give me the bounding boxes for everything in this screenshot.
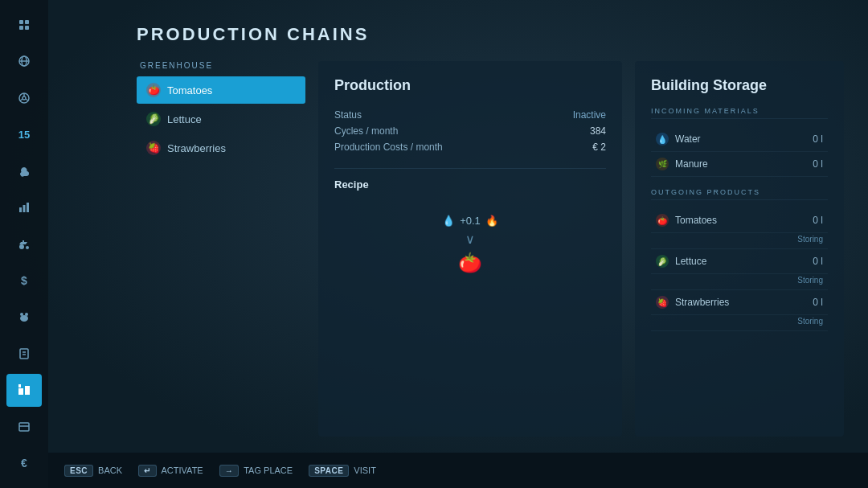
- recipe-title: Recipe: [334, 178, 606, 191]
- outgoing-strawberries-value: 0 l: [813, 297, 823, 308]
- key-arrow: →: [219, 465, 240, 477]
- action-visit-label: VISIT: [354, 465, 376, 475]
- storage-item-tomatoes: 🍅 Tomatoes 0 l: [651, 208, 828, 233]
- svg-rect-26: [19, 423, 29, 431]
- water-icon: 💧: [656, 133, 669, 146]
- svg-point-15: [19, 244, 24, 249]
- panel-production: Production Status Inactive Cycles / mont…: [318, 61, 622, 437]
- sidebar-item-map[interactable]: [6, 8, 42, 41]
- outgoing-tomatoes-value: 0 l: [813, 215, 823, 226]
- outgoing-lettuce-sub: Storing: [651, 274, 828, 290]
- main-content: PRODUCTION CHAINS GREENHOUSE 🍅 Tomatoes …: [48, 0, 868, 488]
- sidebar-item-animals[interactable]: [6, 301, 42, 334]
- storage-item-manure: 🌿 Manure 0 l: [651, 152, 828, 177]
- svg-rect-1: [25, 20, 29, 24]
- action-visit[interactable]: SPACE VISIT: [309, 465, 376, 477]
- svg-line-11: [26, 99, 28, 100]
- production-stats: Status Inactive Cycles / month 384 Produ…: [334, 107, 606, 155]
- svg-rect-25: [18, 384, 21, 388]
- outgoing-strawberries-name: Strawberries: [675, 297, 806, 308]
- stat-row-costs: Production Costs / month € 2: [334, 139, 606, 155]
- sidebar-item-production[interactable]: [6, 374, 42, 407]
- water-value: 0 l: [813, 133, 823, 145]
- sidebar: 15 $ €: [0, 0, 48, 488]
- key-esc: ESC: [64, 465, 93, 477]
- water-drop-icon: 💧: [442, 215, 455, 227]
- strawberry-icon: 🍓: [146, 141, 161, 155]
- sidebar-item-weather[interactable]: [6, 154, 42, 187]
- sidebar-item-steering[interactable]: [6, 81, 42, 114]
- sidebar-item-missions[interactable]: [6, 410, 42, 443]
- storage-title: Building Storage: [651, 77, 828, 94]
- chain-item-lettuce[interactable]: 🥬 Lettuce: [137, 105, 305, 133]
- recipe-plus-value: +0.1: [460, 215, 481, 227]
- stat-label-status: Status: [334, 109, 362, 121]
- outgoing-strawberries-sub: Storing: [651, 315, 828, 331]
- sidebar-item-tractor[interactable]: [6, 228, 42, 260]
- recipe-output-icon: 🍅: [458, 252, 482, 274]
- manure-name: Manure: [675, 158, 806, 170]
- recipe-arrow-icon: ∨: [465, 232, 475, 247]
- stat-value-costs: € 2: [592, 141, 606, 153]
- panel-chains: GREENHOUSE 🍅 Tomatoes 🥬 Lettuce 🍓 Strawb…: [137, 61, 305, 437]
- outgoing-lettuce-value: 0 l: [813, 256, 823, 267]
- lettuce-icon: 🥬: [146, 112, 161, 126]
- svg-rect-23: [18, 388, 23, 395]
- manure-icon: 🔥: [485, 215, 498, 227]
- bottom-bar: ESC BACK ↵ ACTIVATE → TAG PLACE SPACE VI…: [48, 453, 868, 488]
- manure-value: 0 l: [813, 158, 823, 170]
- chain-label-tomatoes: Tomatoes: [167, 84, 212, 96]
- storage-item-lettuce: 🥬 Lettuce 0 l: [651, 249, 828, 274]
- sidebar-item-contracts[interactable]: [6, 337, 42, 370]
- svg-rect-14: [27, 203, 29, 212]
- recipe-area: 💧 +0.1 🔥 ∨ 🍅: [334, 207, 606, 274]
- stat-label-cycles: Cycles / month: [334, 125, 398, 137]
- strawberry-resource-icon: 🍓: [656, 296, 669, 309]
- chain-item-tomatoes[interactable]: 🍅 Tomatoes: [137, 76, 305, 104]
- svg-rect-20: [20, 349, 28, 359]
- lettuce-resource-icon: 🥬: [656, 255, 669, 268]
- chains-section-label: GREENHOUSE: [137, 61, 305, 70]
- action-activate-label: ACTIVATE: [162, 465, 203, 475]
- svg-rect-13: [23, 205, 26, 212]
- svg-rect-0: [19, 20, 23, 24]
- action-tag-place[interactable]: → TAG PLACE: [219, 465, 293, 477]
- chain-item-strawberries[interactable]: 🍓 Strawberries: [137, 134, 305, 162]
- outgoing-label: OUTGOING PRODUCTS: [651, 188, 828, 200]
- key-enter: ↵: [138, 465, 157, 477]
- sidebar-item-finance[interactable]: $: [6, 264, 42, 297]
- svg-point-16: [26, 246, 29, 249]
- key-space: SPACE: [309, 465, 349, 477]
- sidebar-item-stats[interactable]: [6, 191, 42, 223]
- outgoing-tomatoes-name: Tomatoes: [675, 215, 806, 226]
- tomato-resource-icon: 🍅: [656, 214, 669, 227]
- sidebar-item-globe[interactable]: [6, 44, 42, 77]
- sidebar-item-euro[interactable]: €: [6, 447, 42, 480]
- stat-value-status: Inactive: [573, 109, 606, 121]
- action-back[interactable]: ESC BACK: [64, 465, 122, 477]
- svg-point-19: [25, 313, 28, 316]
- production-title: Production: [334, 77, 606, 94]
- sidebar-item-calendar[interactable]: 15: [6, 117, 42, 150]
- tomato-icon: 🍅: [146, 83, 161, 97]
- panel-storage: Building Storage INCOMING MATERIALS 💧 Wa…: [635, 61, 844, 437]
- outgoing-lettuce-name: Lettuce: [675, 256, 806, 267]
- action-back-label: BACK: [98, 465, 122, 475]
- divider: [334, 168, 606, 169]
- storage-item-strawberries: 🍓 Strawberries 0 l: [651, 290, 828, 315]
- svg-rect-3: [25, 26, 29, 30]
- action-activate[interactable]: ↵ ACTIVATE: [138, 465, 203, 477]
- storage-item-water: 💧 Water 0 l: [651, 127, 828, 152]
- chain-label-lettuce: Lettuce: [167, 113, 202, 125]
- svg-point-8: [23, 96, 26, 100]
- stat-row-cycles: Cycles / month 384: [334, 123, 606, 139]
- svg-rect-24: [25, 386, 30, 395]
- svg-rect-2: [19, 26, 23, 30]
- incoming-label: INCOMING MATERIALS: [651, 107, 828, 119]
- svg-line-10: [20, 99, 23, 100]
- svg-point-18: [20, 313, 23, 316]
- stat-row-status: Status Inactive: [334, 107, 606, 123]
- manure-resource-icon: 🌿: [656, 158, 669, 170]
- page-title: PRODUCTION CHAINS: [137, 24, 844, 45]
- stat-value-cycles: 384: [590, 125, 606, 137]
